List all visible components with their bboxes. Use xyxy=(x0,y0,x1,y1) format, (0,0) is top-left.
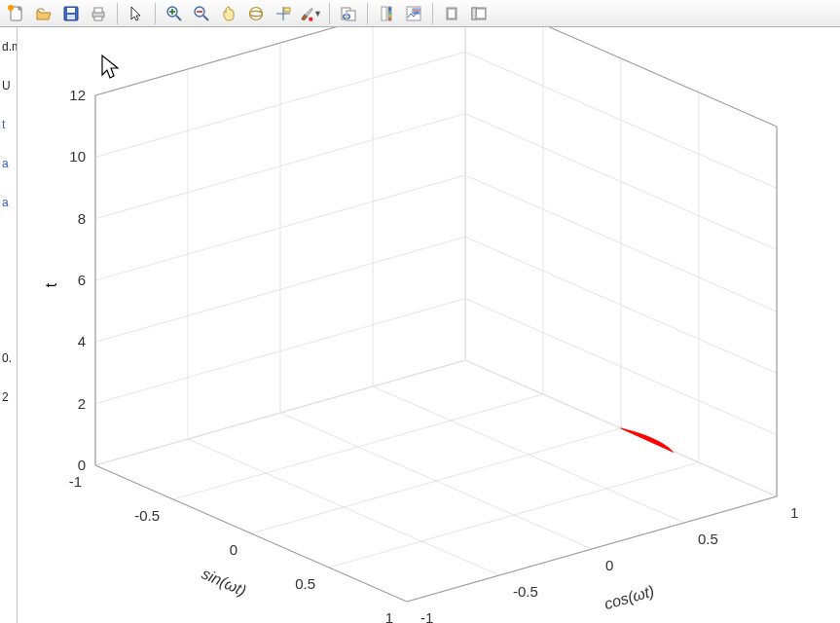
svg-rect-37 xyxy=(449,10,455,18)
toolbar-separator xyxy=(367,3,368,24)
svg-text:0: 0 xyxy=(605,557,613,573)
svg-line-9 xyxy=(176,16,181,20)
rotate3d-icon[interactable] xyxy=(243,1,269,26)
svg-rect-40 xyxy=(477,10,485,18)
svg-text:4: 4 xyxy=(78,333,86,349)
dropdown-arrow-icon[interactable]: ▼ xyxy=(313,9,322,18)
svg-text:0: 0 xyxy=(230,541,237,558)
zoom-out-icon[interactable] xyxy=(189,1,214,26)
open-file-icon[interactable] xyxy=(31,1,56,26)
svg-rect-7 xyxy=(94,17,102,20)
svg-point-15 xyxy=(250,7,263,19)
axes3d[interactable]: -1-0.500.51-1-0.500.51024681012sin(ωt)co… xyxy=(18,27,840,623)
svg-rect-20 xyxy=(309,17,312,20)
toolbar-separator xyxy=(329,3,330,24)
svg-rect-3 xyxy=(67,8,75,13)
figure-toolbar: ▼ xyxy=(0,0,840,27)
toolbar-separator xyxy=(155,3,156,24)
side-fragment: 0. xyxy=(0,339,17,378)
svg-rect-6 xyxy=(94,8,102,13)
svg-rect-39 xyxy=(472,8,476,19)
axes3d-area[interactable]: -1-0.500.51-1-0.500.51024681012sin(ωt)co… xyxy=(18,27,840,623)
svg-text:2: 2 xyxy=(78,395,86,412)
svg-text:6: 6 xyxy=(78,272,86,288)
pointer-icon[interactable] xyxy=(124,1,149,26)
toolbar-separator xyxy=(117,3,118,24)
side-fragment: a xyxy=(0,144,17,183)
svg-text:-1: -1 xyxy=(69,473,82,490)
y-axis-label: cos(ωt) xyxy=(603,582,656,612)
left-panel-strip: d.mUtaa0.2 xyxy=(0,27,18,623)
svg-point-1 xyxy=(8,5,14,11)
svg-text:1: 1 xyxy=(790,504,798,521)
svg-text:-0.5: -0.5 xyxy=(134,507,160,524)
svg-text:8: 8 xyxy=(78,210,86,227)
svg-line-13 xyxy=(203,16,208,20)
toolbar-separator xyxy=(432,3,433,24)
side-fragment: a xyxy=(0,183,17,222)
side-fragment: t xyxy=(0,105,17,144)
brush-icon[interactable]: ▼ xyxy=(298,1,323,26)
side-fragment: 2 xyxy=(0,378,17,417)
svg-rect-19 xyxy=(284,8,290,12)
svg-text:0: 0 xyxy=(78,457,86,473)
x-axis-label: sin(ωt) xyxy=(200,566,249,600)
print-icon[interactable] xyxy=(86,1,111,26)
pan-icon[interactable] xyxy=(216,1,241,26)
svg-text:12: 12 xyxy=(69,87,86,103)
save-icon[interactable] xyxy=(58,1,84,26)
svg-text:10: 10 xyxy=(69,148,86,165)
svg-text:-0.5: -0.5 xyxy=(513,583,538,600)
data-cursor-icon[interactable] xyxy=(271,1,296,26)
side-fragment: U xyxy=(0,66,17,105)
svg-text:-1: -1 xyxy=(420,609,433,623)
hide-plot-tools-icon[interactable] xyxy=(439,1,464,26)
show-plot-tools-icon[interactable] xyxy=(466,1,492,26)
svg-text:0.5: 0.5 xyxy=(698,531,718,547)
zoom-in-icon[interactable] xyxy=(162,1,187,26)
svg-rect-23 xyxy=(382,7,386,20)
colorbar-icon[interactable] xyxy=(374,1,399,26)
side-fragment: d.m xyxy=(0,27,17,66)
legend-icon[interactable] xyxy=(401,1,426,26)
svg-text:0.5: 0.5 xyxy=(295,575,315,592)
new-figure-icon[interactable] xyxy=(4,1,29,26)
side-fragment xyxy=(0,222,17,339)
svg-text:1: 1 xyxy=(385,609,393,623)
svg-rect-4 xyxy=(67,15,75,19)
figure-window: ▼ d.mUtaa0.2 -1-0.500.51-1-0.500.5102468… xyxy=(0,0,840,623)
z-axis-label: t xyxy=(43,282,59,287)
link-data-icon[interactable] xyxy=(336,1,361,26)
